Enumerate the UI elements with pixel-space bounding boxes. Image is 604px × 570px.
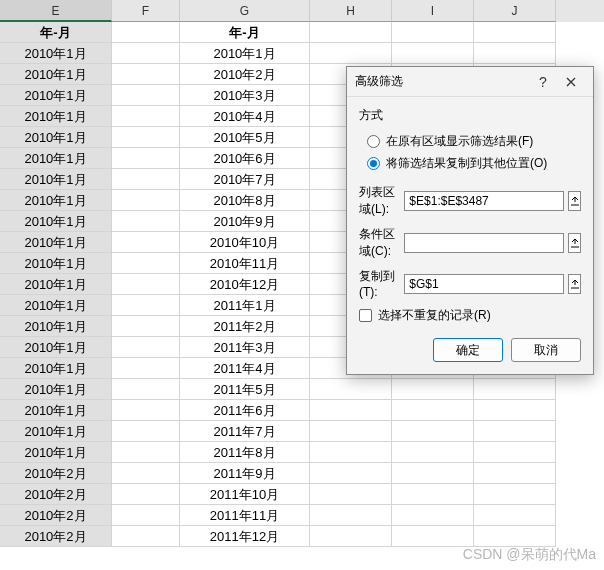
cell[interactable]: 2011年10月 bbox=[180, 484, 310, 505]
cell[interactable]: 2011年11月 bbox=[180, 505, 310, 526]
cell[interactable] bbox=[310, 43, 392, 64]
cell[interactable] bbox=[392, 400, 474, 421]
cell[interactable]: 2011年8月 bbox=[180, 442, 310, 463]
cell[interactable] bbox=[112, 190, 180, 211]
col-header-G[interactable]: G bbox=[180, 0, 310, 22]
cell[interactable] bbox=[112, 463, 180, 484]
cell[interactable]: 2011年9月 bbox=[180, 463, 310, 484]
cell[interactable] bbox=[474, 43, 556, 64]
range-select-button[interactable] bbox=[568, 233, 581, 253]
dialog-titlebar[interactable]: 高级筛选 ? bbox=[347, 67, 593, 97]
cell[interactable] bbox=[474, 505, 556, 526]
cell[interactable] bbox=[392, 22, 474, 43]
cell[interactable] bbox=[392, 505, 474, 526]
cell[interactable] bbox=[112, 148, 180, 169]
cell[interactable]: 2010年1月 bbox=[0, 442, 112, 463]
cell[interactable]: 2010年7月 bbox=[180, 169, 310, 190]
cell[interactable]: 2010年1月 bbox=[0, 106, 112, 127]
cell[interactable] bbox=[392, 526, 474, 547]
ok-button[interactable]: 确定 bbox=[433, 338, 503, 362]
cell[interactable] bbox=[392, 421, 474, 442]
col-header-F[interactable]: F bbox=[112, 0, 180, 22]
cell[interactable]: 2010年1月 bbox=[0, 295, 112, 316]
cell[interactable] bbox=[310, 379, 392, 400]
cell[interactable] bbox=[310, 463, 392, 484]
cell[interactable]: 2010年1月 bbox=[0, 400, 112, 421]
cell[interactable] bbox=[112, 127, 180, 148]
cell[interactable]: 2011年6月 bbox=[180, 400, 310, 421]
cell[interactable] bbox=[310, 505, 392, 526]
radio-filter-inplace[interactable]: 在原有区域显示筛选结果(F) bbox=[367, 130, 581, 152]
cell[interactable]: 2011年7月 bbox=[180, 421, 310, 442]
cell[interactable] bbox=[474, 442, 556, 463]
cell[interactable]: 2010年4月 bbox=[180, 106, 310, 127]
cell[interactable]: 2010年1月 bbox=[180, 43, 310, 64]
cell[interactable]: 2011年3月 bbox=[180, 337, 310, 358]
cell[interactable] bbox=[112, 106, 180, 127]
cell[interactable]: 2011年1月 bbox=[180, 295, 310, 316]
cancel-button[interactable]: 取消 bbox=[511, 338, 581, 362]
list-range-input[interactable] bbox=[404, 191, 564, 211]
cell[interactable] bbox=[112, 484, 180, 505]
cell[interactable] bbox=[474, 526, 556, 547]
cell-E-header[interactable]: 年-月 bbox=[0, 22, 112, 43]
cell[interactable]: 2010年1月 bbox=[0, 316, 112, 337]
cell[interactable] bbox=[474, 484, 556, 505]
cell[interactable] bbox=[112, 43, 180, 64]
range-select-button[interactable] bbox=[568, 191, 581, 211]
cell[interactable]: 2010年6月 bbox=[180, 148, 310, 169]
cell[interactable] bbox=[310, 442, 392, 463]
cell[interactable]: 2010年8月 bbox=[180, 190, 310, 211]
cell[interactable] bbox=[112, 526, 180, 547]
cell[interactable]: 2010年12月 bbox=[180, 274, 310, 295]
cell[interactable] bbox=[112, 295, 180, 316]
cell[interactable]: 2010年11月 bbox=[180, 253, 310, 274]
cell[interactable] bbox=[474, 421, 556, 442]
cell[interactable] bbox=[112, 274, 180, 295]
cell[interactable] bbox=[310, 526, 392, 547]
cell[interactable]: 2010年2月 bbox=[0, 505, 112, 526]
cell[interactable] bbox=[392, 484, 474, 505]
cell[interactable]: 2010年5月 bbox=[180, 127, 310, 148]
cell[interactable] bbox=[474, 379, 556, 400]
radio-copy-to[interactable]: 将筛选结果复制到其他位置(O) bbox=[367, 152, 581, 174]
cell[interactable]: 2010年1月 bbox=[0, 85, 112, 106]
col-header-I[interactable]: I bbox=[392, 0, 474, 22]
cell[interactable] bbox=[112, 442, 180, 463]
cell[interactable]: 2010年1月 bbox=[0, 232, 112, 253]
cell[interactable] bbox=[112, 337, 180, 358]
cell[interactable]: 2010年1月 bbox=[0, 211, 112, 232]
cell[interactable]: 2010年1月 bbox=[0, 148, 112, 169]
cell[interactable]: 2010年1月 bbox=[0, 379, 112, 400]
cell[interactable] bbox=[112, 400, 180, 421]
close-button[interactable] bbox=[557, 70, 585, 94]
cell[interactable] bbox=[112, 22, 180, 43]
cell[interactable] bbox=[310, 421, 392, 442]
cell[interactable] bbox=[474, 22, 556, 43]
cell[interactable] bbox=[112, 64, 180, 85]
cell[interactable]: 2010年1月 bbox=[0, 64, 112, 85]
cell[interactable]: 2011年2月 bbox=[180, 316, 310, 337]
unique-records-checkbox[interactable]: 选择不重复的记录(R) bbox=[359, 307, 581, 324]
cell[interactable] bbox=[112, 358, 180, 379]
cell[interactable]: 2010年2月 bbox=[0, 484, 112, 505]
criteria-range-input[interactable] bbox=[404, 233, 564, 253]
cell[interactable] bbox=[112, 232, 180, 253]
col-header-J[interactable]: J bbox=[474, 0, 556, 22]
cell[interactable] bbox=[112, 211, 180, 232]
cell[interactable]: 2010年2月 bbox=[180, 64, 310, 85]
cell[interactable]: 2010年1月 bbox=[0, 253, 112, 274]
cell[interactable] bbox=[112, 85, 180, 106]
cell[interactable] bbox=[392, 379, 474, 400]
cell[interactable] bbox=[310, 484, 392, 505]
cell-G-header[interactable]: 年-月 bbox=[180, 22, 310, 43]
cell[interactable] bbox=[310, 400, 392, 421]
cell[interactable] bbox=[392, 463, 474, 484]
cell[interactable]: 2010年1月 bbox=[0, 337, 112, 358]
cell[interactable]: 2011年5月 bbox=[180, 379, 310, 400]
cell[interactable] bbox=[112, 379, 180, 400]
col-header-H[interactable]: H bbox=[310, 0, 392, 22]
cell[interactable]: 2010年2月 bbox=[0, 463, 112, 484]
cell[interactable]: 2010年1月 bbox=[0, 274, 112, 295]
range-select-button[interactable] bbox=[568, 274, 581, 294]
